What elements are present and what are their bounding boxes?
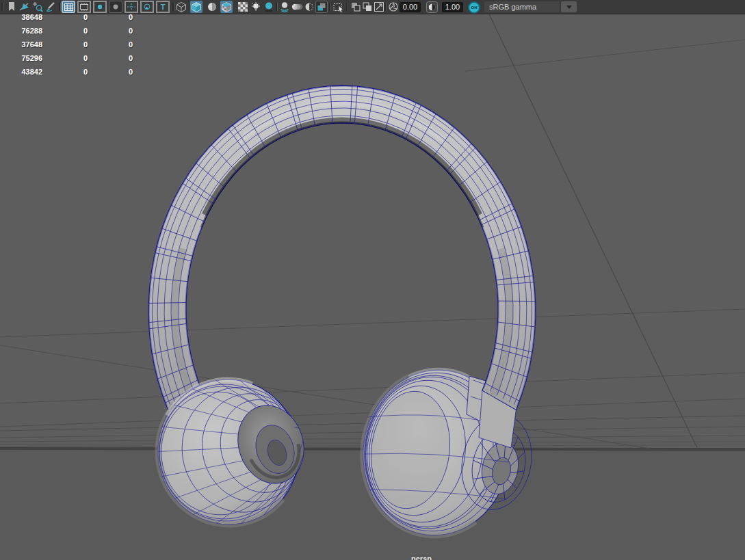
screen-space-ao-icon[interactable] (278, 1, 291, 13)
view-transform-dropdown[interactable]: sRGB gamma (484, 1, 560, 12)
separator (346, 3, 348, 11)
hud-value: 0 (81, 68, 90, 76)
viewport[interactable]: persp (0, 0, 745, 560)
multisampling-icon[interactable] (315, 1, 328, 13)
hud-value: 0 (126, 40, 135, 49)
hud-value: 43842 (1, 68, 42, 76)
separator (1, 3, 3, 11)
safe-action-button[interactable] (140, 1, 154, 13)
hud-value: 0 (126, 68, 135, 76)
hud-value: 0 (126, 54, 135, 62)
gamma-field[interactable]: 1.00 (442, 2, 463, 12)
exposure-field[interactable]: 0.00 (400, 2, 421, 12)
headphones-wireframe-model (0, 0, 745, 560)
smooth-shade-display-icon[interactable] (190, 1, 202, 13)
contrast-halfmoon-icon[interactable] (426, 1, 438, 13)
2d-pan-zoom-icon[interactable] (350, 1, 362, 13)
grease-pencil-icon[interactable] (18, 1, 31, 13)
panel-toolbar: T (0, 0, 745, 14)
display-grid-button[interactable] (62, 1, 75, 13)
field-chart-button[interactable] (125, 1, 138, 13)
gate-mask-button[interactable] (109, 1, 122, 13)
exposure-shutter-icon[interactable] (387, 1, 400, 13)
wireframe-display-icon[interactable] (175, 1, 187, 13)
hud-value: 0 (81, 40, 90, 49)
textured-display-icon[interactable] (220, 1, 233, 13)
shadows-ball-icon[interactable] (263, 1, 275, 13)
safe-title-glyph: T (161, 3, 166, 11)
camera-pan-zoom-icon[interactable] (31, 1, 44, 13)
resolution-gate-button[interactable] (93, 1, 107, 13)
view-transform-menu-arrow[interactable] (561, 1, 577, 12)
hud-value: 76288 (1, 27, 42, 35)
hud-value: 0 (81, 54, 90, 62)
hud-value: 75296 (1, 54, 42, 62)
separator (384, 3, 386, 11)
motion-blur-icon[interactable] (291, 1, 303, 13)
bookmark-icon[interactable] (5, 1, 18, 13)
camera-name-label: persp (380, 555, 462, 560)
checker-material-icon[interactable] (237, 1, 249, 13)
separator (59, 3, 60, 11)
lighting-bulb-icon[interactable] (250, 1, 262, 13)
annotate-marker-icon[interactable] (44, 1, 57, 13)
film-gate-button[interactable] (77, 1, 91, 13)
hud-value: 0 (126, 27, 135, 35)
2d-zoom-icon[interactable] (361, 1, 374, 13)
view-transform-value: sRGB gamma (489, 3, 536, 11)
color-management-toggle[interactable]: ON (468, 1, 480, 14)
separator (276, 3, 277, 11)
separator (329, 3, 330, 11)
chevron-down-icon (566, 5, 572, 9)
safe-title-button[interactable]: T (156, 1, 170, 13)
anti-aliasing-icon[interactable] (303, 1, 315, 13)
isolate-select-icon[interactable] (332, 1, 345, 13)
flat-shade-sphere-icon[interactable] (206, 1, 218, 13)
separator (172, 3, 174, 11)
hud-value: 37648 (1, 40, 42, 49)
hud-value: 0 (81, 27, 90, 35)
reset-2d-pan-zoom-icon[interactable] (373, 1, 385, 13)
